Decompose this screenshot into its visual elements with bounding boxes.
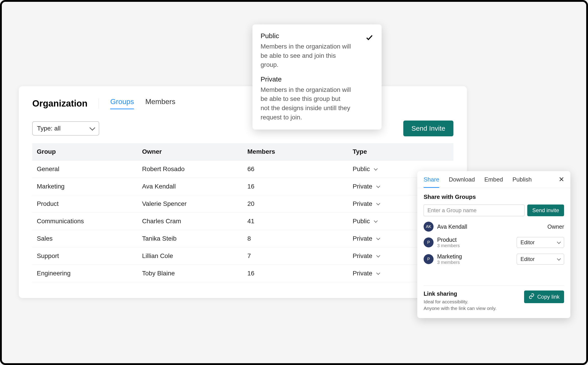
owner-row: AK Ava Kendall Owner xyxy=(424,222,564,232)
type-dropdown[interactable]: Public xyxy=(353,165,377,173)
col-header-owner: Owner xyxy=(137,143,243,161)
visibility-option-private[interactable]: Private Members in the organization will… xyxy=(261,75,374,122)
owner-name: Ava Kendall xyxy=(437,224,544,230)
chevron-down-icon xyxy=(376,271,380,275)
close-icon[interactable]: ✕ xyxy=(558,175,565,183)
cell-members: 41 xyxy=(243,213,348,230)
cell-owner: Lillian Cole xyxy=(137,247,243,265)
share-group-row: PMarketing3 membersEditor xyxy=(424,253,564,265)
share-tab-publish[interactable]: Publish xyxy=(512,176,531,188)
type-value: Private xyxy=(353,252,372,260)
cell-group: Product xyxy=(32,195,137,213)
table-row: SupportLillian Cole7Private xyxy=(32,247,453,265)
link-icon xyxy=(529,293,534,301)
chevron-down-icon xyxy=(374,219,378,223)
col-header-group: Group xyxy=(32,143,137,161)
cell-owner: Tanika Steib xyxy=(137,230,243,247)
chevron-down-icon xyxy=(374,167,378,171)
cell-group: Engineering xyxy=(32,265,137,282)
type-dropdown[interactable]: Private xyxy=(353,252,380,260)
role-select[interactable]: Editor xyxy=(517,237,564,248)
col-header-type: Type xyxy=(348,143,453,161)
cell-members: 20 xyxy=(243,195,348,213)
share-tab-embed[interactable]: Embed xyxy=(484,176,503,188)
divider xyxy=(424,285,564,286)
type-filter-select[interactable]: Type: all xyxy=(32,121,99,135)
type-value: Public xyxy=(353,218,370,225)
role-select[interactable]: Editor xyxy=(517,254,564,265)
type-dropdown[interactable]: Public xyxy=(353,218,377,225)
avatar: P xyxy=(424,254,433,264)
link-sharing-section: Link sharing Ideal for accessibility. An… xyxy=(417,290,570,312)
share-tab-share[interactable]: Share xyxy=(424,176,439,188)
tab-groups[interactable]: Groups xyxy=(110,98,134,109)
role-value: Editor xyxy=(520,256,535,262)
type-value: Private xyxy=(353,183,372,190)
type-filter-label: Type: all xyxy=(37,125,61,132)
cell-group: Communications xyxy=(32,213,137,230)
cell-owner: Ava Kendall xyxy=(137,178,243,195)
chevron-down-icon xyxy=(376,236,380,240)
type-dropdown[interactable]: Private xyxy=(353,200,380,207)
type-dropdown[interactable]: Private xyxy=(353,270,380,277)
visibility-popover: Public Members in the organization will … xyxy=(252,24,382,130)
visibility-option-public[interactable]: Public Members in the organization will … xyxy=(261,32,374,70)
cell-group: Sales xyxy=(32,230,137,247)
group-name: Marketing xyxy=(437,253,513,260)
filter-row: Type: all Send Invite xyxy=(32,120,453,136)
group-name: Product xyxy=(437,237,513,243)
org-header: Organization Groups Members xyxy=(32,98,453,109)
table-row: CommunicationsCharles Cram41Public xyxy=(32,213,453,230)
share-tab-download[interactable]: Download xyxy=(449,176,475,188)
cell-members: 8 xyxy=(243,230,348,247)
chevron-down-icon xyxy=(376,202,380,205)
group-subtext: 3 members xyxy=(437,243,513,248)
type-dropdown[interactable]: Private xyxy=(353,183,380,190)
avatar: AK xyxy=(424,222,433,232)
tab-members[interactable]: Members xyxy=(145,98,175,109)
chevron-down-icon xyxy=(376,184,380,188)
visibility-public-desc: Members in the organization will be able… xyxy=(261,42,351,70)
page-title: Organization xyxy=(32,98,99,109)
cell-members: 16 xyxy=(243,265,348,282)
chevron-down-icon xyxy=(89,125,95,130)
send-invite-small-button[interactable]: Send invite xyxy=(527,204,564,216)
chevron-down-icon xyxy=(376,254,380,258)
visibility-private-title: Private xyxy=(261,75,374,83)
table-row: EngineeringToby Blaine16Private xyxy=(32,265,453,282)
share-group-row: PProduct3 membersEditor xyxy=(424,237,564,248)
group-name-input[interactable] xyxy=(424,204,524,216)
visibility-private-desc: Members in the organization will be able… xyxy=(261,85,351,122)
visibility-public-title: Public xyxy=(261,32,374,40)
link-sharing-title: Link sharing xyxy=(424,290,496,297)
type-value: Private xyxy=(353,200,372,207)
cell-owner: Toby Blaine xyxy=(137,265,243,282)
avatar: P xyxy=(424,238,433,247)
send-invite-button[interactable]: Send Invite xyxy=(403,120,453,136)
share-modal: Share Download Embed Publish ✕ Share wit… xyxy=(417,171,570,318)
role-value: Editor xyxy=(520,239,535,246)
table-row: MarketingAva Kendall16Private xyxy=(32,178,453,195)
chevron-down-icon xyxy=(557,257,561,261)
check-icon xyxy=(365,33,374,42)
table-row: SalesTanika Steib8Private xyxy=(32,230,453,247)
owner-role: Owner xyxy=(547,224,564,230)
col-header-members: Members xyxy=(243,143,348,161)
share-tabs: Share Download Embed Publish ✕ xyxy=(417,171,570,188)
org-tabs: Groups Members xyxy=(110,98,175,109)
cell-group: Support xyxy=(32,247,137,265)
cell-owner: Robert Rosado xyxy=(137,161,243,178)
copy-link-label: Copy link xyxy=(537,294,560,300)
organization-panel: Organization Groups Members Type: all Se… xyxy=(19,86,467,298)
type-value: Private xyxy=(353,270,372,277)
invite-row: Send invite xyxy=(424,204,564,216)
copy-link-button[interactable]: Copy link xyxy=(524,290,564,303)
cell-group: Marketing xyxy=(32,178,137,195)
link-sharing-desc-1: Ideal for accessibility. xyxy=(424,298,496,305)
table-row: GeneralRobert Rosado66Public xyxy=(32,161,453,178)
cell-members: 66 xyxy=(243,161,348,178)
groups-table: Group Owner Members Type GeneralRobert R… xyxy=(32,143,453,282)
type-dropdown[interactable]: Private xyxy=(353,235,380,242)
chevron-down-icon xyxy=(557,240,561,244)
cell-members: 16 xyxy=(243,178,348,195)
